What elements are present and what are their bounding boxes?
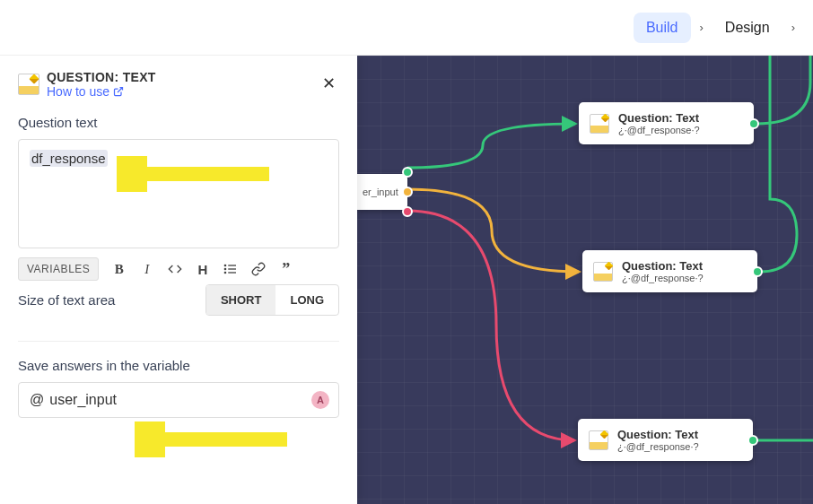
annotation-arrow (117, 156, 276, 192)
source-node-label: er_input (363, 187, 398, 197)
save-variable-value: user_input (49, 392, 117, 408)
node-title: Question: Text (617, 428, 699, 441)
tab-design[interactable]: Design (712, 13, 782, 43)
flow-canvas[interactable]: er_input Question: Text ¿·@df_response·?… (357, 56, 813, 504)
close-icon[interactable]: ✕ (319, 70, 339, 97)
save-variable-input[interactable]: @ user_input A (18, 382, 339, 418)
node-title: Question: Text (618, 111, 700, 125)
italic-icon[interactable]: I (139, 262, 154, 277)
panel-header: QUESTION: TEXT How to use ✕ (18, 70, 339, 99)
note-icon (589, 430, 608, 450)
chevron-right-icon: › (791, 21, 795, 34)
variable-type-badge: A (311, 391, 329, 409)
code-icon[interactable] (167, 262, 182, 277)
note-icon (593, 262, 613, 282)
bold-icon[interactable]: B (111, 262, 127, 277)
port-out[interactable] (752, 266, 763, 277)
svg-point-5 (224, 272, 225, 273)
annotation-arrow (135, 421, 294, 457)
size-long-button[interactable]: LONG (275, 285, 338, 315)
size-label: Size of text area (18, 292, 115, 308)
source-node[interactable]: er_input (357, 174, 407, 210)
link-icon[interactable] (250, 262, 266, 277)
note-icon (18, 74, 39, 95)
question-text-label: Question text (18, 115, 339, 130)
header-tabs: Build › Design › (634, 13, 795, 43)
node-subtitle: ¿·@df_response·? (618, 125, 700, 135)
svg-point-3 (224, 265, 225, 265)
variables-button[interactable]: VARIABLES (18, 257, 99, 281)
node-subtitle: ¿·@df_response·? (622, 273, 704, 283)
heading-icon[interactable]: H (195, 262, 210, 277)
save-variable-label: Save answers in the variable (18, 358, 339, 373)
flow-node[interactable]: Question: Text ¿·@df_response·? (582, 250, 757, 292)
port-green[interactable] (402, 167, 413, 178)
port-out[interactable] (748, 118, 759, 129)
variable-token: df_response (30, 150, 108, 167)
node-title: Question: Text (622, 259, 704, 273)
editor-toolbar: VARIABLES B I H ” (18, 257, 339, 281)
panel-title: QUESTION: TEXT (47, 70, 156, 84)
quote-icon[interactable]: ” (278, 262, 293, 277)
how-to-use-link[interactable]: How to use (47, 84, 156, 99)
tab-build[interactable]: Build (634, 13, 691, 43)
chevron-right-icon: › (700, 21, 704, 34)
at-icon: @ (30, 392, 44, 408)
flow-node[interactable]: Question: Text ¿·@df_response·? (579, 102, 754, 144)
flow-node[interactable]: Question: Text ¿·@df_response·? (578, 419, 753, 461)
size-toggle: SHORT LONG (205, 284, 339, 316)
port-yellow[interactable] (402, 187, 413, 197)
header: Build › Design › (0, 0, 813, 56)
svg-point-4 (224, 268, 225, 269)
node-subtitle: ¿·@df_response·? (617, 441, 699, 452)
port-out[interactable] (747, 435, 758, 446)
external-link-icon (113, 86, 124, 97)
list-icon[interactable] (223, 262, 238, 277)
size-short-button[interactable]: SHORT (206, 285, 276, 315)
port-red[interactable] (402, 206, 413, 217)
note-icon (590, 114, 609, 134)
properties-panel: QUESTION: TEXT How to use ✕ Question tex… (0, 56, 357, 504)
